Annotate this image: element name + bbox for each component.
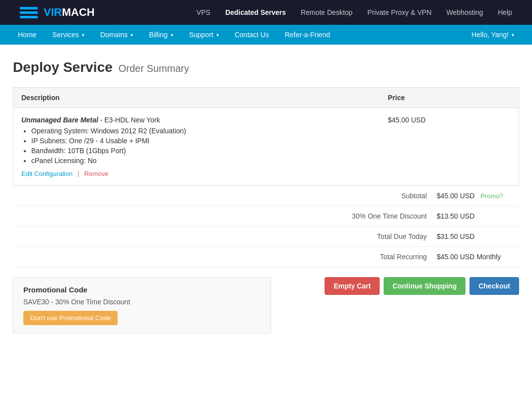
due-today-value: $31.50 USD [437,232,511,240]
logo[interactable]: VIRMACH [20,5,95,20]
svg-rect-2 [20,16,38,18]
discount-label: 30% One Time Discount [328,212,427,220]
nav-contact[interactable]: Contact Us [227,25,277,45]
col-price: Price [380,88,519,108]
svg-rect-1 [20,11,38,14]
checkout-button[interactable]: Checkout [469,277,519,295]
topnav-vps[interactable]: VPS [197,8,210,16]
recurring-value: $45.00 USD Monthly [437,253,511,261]
list-item: IP Subnets: One /29 - 4 Usable + IPMI [31,137,372,145]
logo-text: VIRMACH [44,6,95,19]
promo-link[interactable]: Promo? [480,192,503,200]
domains-chevron-icon: ▾ [131,32,133,38]
nav-billing[interactable]: Billing ▾ [141,25,181,45]
main-nav: Home Services ▾ Domains ▾ Billing ▾ Supp… [0,25,532,45]
promo-applied-text: SAVE30 - 30% One Time Discount [23,298,261,306]
remove-link[interactable]: Remove [84,170,108,177]
main-nav-left: Home Services ▾ Domains ▾ Billing ▾ Supp… [10,25,338,45]
subtotal-label: Subtotal [328,192,427,200]
edit-configuration-link[interactable]: Edit Configuration [21,170,72,177]
user-chevron-icon: ▾ [512,32,514,38]
topnav-remote-desktop[interactable]: Remote Desktop [301,8,352,16]
nav-home[interactable]: Home [10,25,44,45]
product-suffix: - E3-HDL New York [98,116,160,124]
empty-cart-button[interactable]: Empty Cart [325,277,380,295]
recurring-label: Total Recurring [328,253,427,261]
nav-refer[interactable]: Refer-a-Friend [277,25,338,45]
discount-value: $13.50 USD [437,212,511,220]
promo-box-title: Promotional Code [23,285,261,294]
col-description: Description [13,88,380,108]
action-buttons: Empty Cart Continue Shopping Checkout [325,277,519,295]
nav-support[interactable]: Support ▾ [181,25,227,45]
dont-use-promo-button[interactable]: Don't use Promotional Code [23,311,118,325]
bottom-section: Promotional Code SAVE30 - 30% One Time D… [13,277,519,334]
list-item: Bandwidth: 10TB (1Gbps Port) [31,147,372,155]
discount-row: 30% One Time Discount $13.50 USD [13,206,519,227]
action-separator: | [77,170,79,177]
topnav-webhosting[interactable]: Webhosting [447,8,483,16]
nav-services[interactable]: Services ▾ [44,25,92,45]
nav-domains[interactable]: Domains ▾ [92,25,141,45]
recurring-row: Total Recurring $45.00 USD Monthly [13,247,519,267]
due-today-label: Total Due Today [328,232,427,240]
subtotal-row: Subtotal $45.00 USD Promo? [13,186,519,206]
list-item: cPanel Licensing: No [31,157,372,165]
product-config-list: Operating System: Windows 2012 R2 (Evalu… [21,127,372,165]
main-content: Deploy Service Order Summary Description… [3,59,529,334]
topnav-help[interactable]: Help [498,8,512,16]
page-subtitle: Order Summary [119,63,189,74]
subtotal-value: $45.00 USD Promo? [437,192,511,200]
summary-section: Subtotal $45.00 USD Promo? 30% One Time … [13,186,519,267]
promo-box: Promotional Code SAVE30 - 30% One Time D… [13,277,271,334]
logo-icon [20,5,40,20]
order-table: Description Price Unmanaged Bare Metal -… [13,87,519,186]
billing-chevron-icon: ▾ [171,32,173,38]
nav-user[interactable]: Hello, Yang! ▾ [464,25,522,45]
page-title: Deploy Service [13,59,113,75]
main-nav-right: Hello, Yang! ▾ [464,25,522,45]
support-chevron-icon: ▾ [216,32,219,38]
top-nav: VPS Dedicated Servers Remote Desktop Pri… [197,8,512,16]
list-item: Operating System: Windows 2012 R2 (Evalu… [31,127,372,135]
due-today-row: Total Due Today $31.50 USD [13,227,519,247]
product-name: Unmanaged Bare Metal [21,116,98,124]
svg-rect-0 [20,7,38,9]
services-chevron-icon: ▾ [82,32,84,38]
continue-shopping-button[interactable]: Continue Shopping [384,277,466,295]
page-title-section: Deploy Service Order Summary [13,59,519,75]
topnav-private-proxy[interactable]: Private Proxy & VPN [367,8,431,16]
topnav-dedicated[interactable]: Dedicated Servers [225,8,286,16]
top-bar: VIRMACH VPS Dedicated Servers Remote Des… [0,0,532,25]
product-actions: Edit Configuration | Remove [21,170,372,177]
table-row: Unmanaged Bare Metal - E3-HDL New York O… [13,108,519,186]
product-price-cell: $45.00 USD [380,108,519,186]
product-description-cell: Unmanaged Bare Metal - E3-HDL New York O… [13,108,380,186]
